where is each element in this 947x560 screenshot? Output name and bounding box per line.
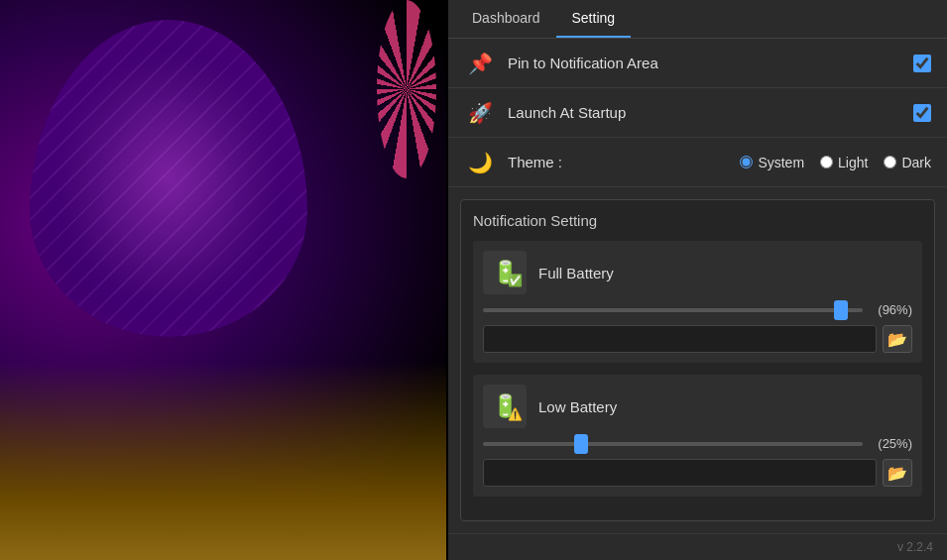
pin-notification-label: Pin to Notification Area <box>508 55 913 71</box>
theme-dark-radio[interactable] <box>884 156 896 168</box>
notification-section: Notification Setting 🔋✅ Full Battery (96… <box>460 199 935 521</box>
full-battery-header: 🔋✅ Full Battery <box>483 251 912 294</box>
low-battery-header: 🔋⚠️ Low Battery <box>483 385 912 428</box>
pin-notification-row: 📌 Pin to Notification Area <box>448 39 947 88</box>
pin-icon: 📌 <box>464 52 496 75</box>
theme-light-radio[interactable] <box>820 156 833 168</box>
theme-system-label: System <box>758 155 804 170</box>
full-battery-sound-input[interactable] <box>483 325 877 353</box>
low-battery-sound-input[interactable] <box>483 459 877 487</box>
launch-startup-label: Launch At Startup <box>508 104 913 121</box>
theme-light-option[interactable]: Light <box>820 155 868 170</box>
theme-options: System Light Dark <box>740 155 931 170</box>
theme-system-option[interactable]: System <box>740 155 804 170</box>
folder-icon-2: 📂 <box>888 464 907 483</box>
launch-startup-checkbox[interactable] <box>913 104 931 122</box>
theme-dark-option[interactable]: Dark <box>884 155 931 170</box>
settings-content: 📌 Pin to Notification Area 🚀 Launch At S… <box>448 39 947 533</box>
full-battery-sound-row: 📂 <box>483 325 912 353</box>
theme-row: 🌙 Theme : System Light Dark <box>448 138 947 187</box>
low-battery-slider-row: (25%) <box>483 436 912 451</box>
moon-icon: 🌙 <box>464 151 496 174</box>
theme-dark-label: Dark <box>901 155 931 170</box>
version-text: v 2.2.4 <box>897 540 933 554</box>
full-battery-slider[interactable] <box>483 308 863 312</box>
version-bar: v 2.2.4 <box>448 533 947 560</box>
rocket-icon: 🚀 <box>464 101 496 125</box>
background-image <box>0 0 446 560</box>
folder-icon: 📂 <box>888 330 907 349</box>
tab-bar: Dashboard Setting <box>448 0 947 39</box>
low-battery-item: 🔋⚠️ Low Battery (25%) 📂 <box>473 375 922 497</box>
theme-light-label: Light <box>838 155 868 170</box>
low-battery-browse-button[interactable]: 📂 <box>883 459 912 487</box>
low-battery-sound-row: 📂 <box>483 459 912 487</box>
tab-setting[interactable]: Setting <box>556 0 632 38</box>
tab-dashboard[interactable]: Dashboard <box>456 0 556 38</box>
launch-startup-row: 🚀 Launch At Startup <box>448 88 947 138</box>
low-battery-slider[interactable] <box>483 442 863 446</box>
full-battery-item: 🔋✅ Full Battery (96%) 📂 <box>473 241 922 363</box>
low-battery-value: (25%) <box>871 436 912 451</box>
theme-label: Theme : <box>508 154 740 170</box>
full-battery-icon: 🔋✅ <box>483 251 527 294</box>
low-battery-icon: 🔋⚠️ <box>483 385 527 428</box>
full-battery-value: (96%) <box>871 302 912 317</box>
notification-section-title: Notification Setting <box>473 212 922 229</box>
full-battery-slider-row: (96%) <box>483 302 912 317</box>
full-battery-browse-button[interactable]: 📂 <box>883 325 912 353</box>
theme-system-radio[interactable] <box>740 156 753 168</box>
full-battery-label: Full Battery <box>538 265 614 281</box>
low-battery-label: Low Battery <box>538 398 617 415</box>
pin-notification-checkbox[interactable] <box>913 55 931 72</box>
settings-panel: Dashboard Setting 📌 Pin to Notification … <box>448 0 947 560</box>
